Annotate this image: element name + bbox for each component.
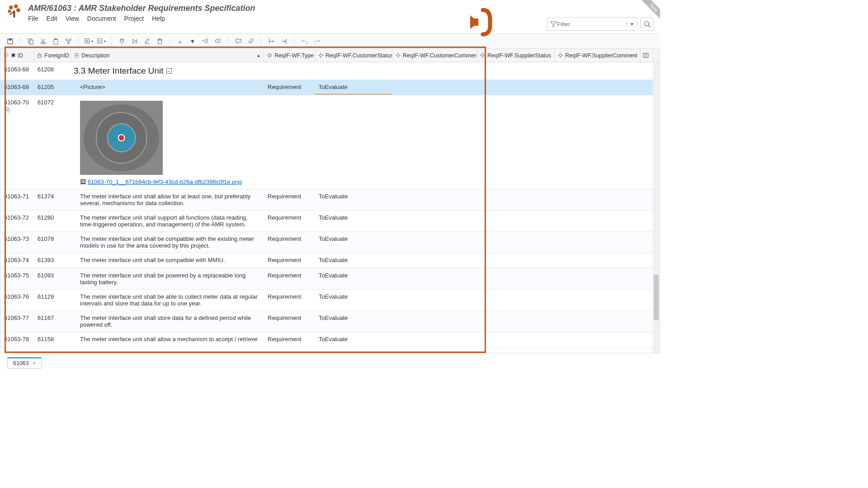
table-row[interactable]: 61063-7161374The meter interface unit sh… bbox=[0, 189, 660, 211]
filter-input[interactable] bbox=[557, 21, 625, 28]
columns-icon bbox=[643, 52, 649, 58]
close-tab-icon[interactable]: × bbox=[33, 360, 36, 366]
menu-project[interactable]: Project bbox=[124, 15, 144, 22]
table-row[interactable]: 61063-7661129The meter interface unit sh… bbox=[0, 290, 660, 311]
move-down-button[interactable]: ▼ bbox=[187, 36, 198, 47]
svg-point-11 bbox=[41, 42, 43, 44]
demote-button[interactable] bbox=[129, 36, 140, 47]
requirements-grid: ✱ ID ForeignID Description▲ ReqIF-WF.Typ… bbox=[0, 49, 660, 353]
incoming-link-button[interactable] bbox=[278, 36, 289, 47]
svg-point-0 bbox=[9, 5, 13, 9]
col-foreign-id[interactable]: ForeignID bbox=[34, 49, 71, 62]
svg-rect-15 bbox=[53, 39, 57, 44]
scrollbar[interactable] bbox=[653, 62, 660, 353]
gear-icon bbox=[267, 52, 273, 58]
gear-icon bbox=[480, 52, 486, 58]
save-button[interactable] bbox=[5, 36, 15, 47]
outgoing-link-button[interactable] bbox=[266, 36, 277, 47]
comment-button[interactable] bbox=[233, 36, 244, 47]
table-row[interactable]: 61063-7861158The meter interface unit sh… bbox=[0, 332, 660, 347]
gear-icon bbox=[395, 52, 401, 58]
menu-view[interactable]: View bbox=[66, 15, 79, 22]
app-logo bbox=[6, 4, 22, 19]
col-customer-status[interactable]: ReqIF-WF.CustomerStatus bbox=[315, 49, 392, 62]
svg-point-2 bbox=[16, 8, 20, 12]
move-up-button[interactable]: ▲ bbox=[175, 36, 185, 47]
table-row[interactable]: 61063-7761167The meter interface unit sh… bbox=[0, 311, 660, 332]
col-type[interactable]: ReqIF-WF.Type bbox=[264, 49, 315, 62]
gear-icon bbox=[318, 52, 324, 58]
table-row[interactable]: 61063-7561093The meter interface unit sh… bbox=[0, 268, 660, 290]
col-columns-toggle[interactable] bbox=[641, 49, 653, 62]
gear-icon bbox=[557, 52, 563, 58]
lock-icon bbox=[37, 52, 42, 58]
sort-asc-icon: ▲ bbox=[256, 53, 261, 58]
svg-point-45 bbox=[269, 54, 271, 57]
attach-button[interactable] bbox=[245, 36, 256, 47]
col-customer-comment[interactable]: ReqIF-WF.CustomerComment bbox=[392, 49, 477, 62]
clear-format-button[interactable] bbox=[142, 36, 152, 47]
svg-point-3 bbox=[8, 10, 11, 13]
col-supplier-comment[interactable]: ReqIF-WF.SupplierComment bbox=[555, 49, 641, 62]
svg-point-49 bbox=[559, 54, 562, 57]
svg-point-48 bbox=[481, 54, 484, 57]
table-row[interactable]: 61063-7461393The meter interface unit sh… bbox=[0, 253, 660, 268]
attachment-icon: 📎 bbox=[4, 106, 11, 113]
redo-button[interactable] bbox=[311, 36, 322, 47]
svg-rect-28 bbox=[158, 40, 161, 43]
list-icon bbox=[74, 52, 80, 58]
add-button[interactable]: ▾ bbox=[83, 36, 94, 47]
beta-ribbon: beta bbox=[633, 0, 660, 27]
svg-point-12 bbox=[43, 42, 45, 44]
menu-file[interactable]: File bbox=[28, 15, 38, 22]
promote-button[interactable] bbox=[116, 36, 127, 47]
grid-header: ✱ ID ForeignID Description▲ ReqIF-WF.Typ… bbox=[0, 49, 660, 62]
toolbar: ▾ ▾ ▲ ▼ bbox=[0, 33, 660, 49]
filter-box[interactable]: ▼ bbox=[547, 17, 637, 31]
filter-icon bbox=[550, 21, 557, 28]
col-id[interactable]: ✱ ID bbox=[0, 49, 34, 62]
svg-rect-16 bbox=[55, 38, 57, 39]
image-icon: 🖼 bbox=[80, 178, 86, 185]
indent-button[interactable] bbox=[212, 36, 223, 47]
cut-button[interactable] bbox=[38, 36, 48, 47]
document-tab[interactable]: 61063 × bbox=[7, 357, 42, 369]
remove-button[interactable]: ▾ bbox=[96, 36, 107, 47]
key-icon bbox=[3, 52, 9, 58]
svg-rect-41 bbox=[38, 55, 41, 58]
table-row[interactable]: 61063-6961205<Picture>RequirementToEvalu… bbox=[0, 80, 660, 95]
image-thumbnail bbox=[80, 101, 163, 175]
table-row[interactable]: 61063-68612083.3 Meter Interface Unit− bbox=[0, 62, 660, 80]
svg-point-47 bbox=[397, 54, 400, 57]
outdent-button[interactable] bbox=[200, 36, 211, 47]
copy-button[interactable] bbox=[25, 36, 36, 47]
svg-rect-8 bbox=[9, 38, 11, 40]
svg-rect-10 bbox=[29, 40, 33, 44]
grid-body[interactable]: 61063-68612083.3 Meter Interface Unit−61… bbox=[0, 62, 660, 353]
image-link[interactable]: 61063-70_1__671b94cb-fef3-43cd-b26a-dfb2… bbox=[88, 178, 242, 185]
menu-edit[interactable]: Edit bbox=[47, 15, 57, 22]
link-button[interactable] bbox=[63, 36, 74, 47]
table-row[interactable]: 61063-7261280The meter interface unit sh… bbox=[0, 211, 660, 232]
delete-button[interactable] bbox=[154, 36, 165, 47]
svg-line-13 bbox=[41, 38, 44, 42]
svg-line-14 bbox=[42, 38, 45, 42]
svg-point-19 bbox=[67, 42, 69, 44]
undo-button[interactable] bbox=[299, 36, 310, 47]
table-row[interactable]: 61063-70📎61072🖼 61063-70_1__671b94cb-fef… bbox=[0, 95, 660, 189]
col-supplier-status[interactable]: ReqIF-WF.SupplierStatus bbox=[477, 49, 555, 62]
table-row[interactable]: 61063-7361078The meter interface unit sh… bbox=[0, 232, 660, 253]
menu-help[interactable]: Help bbox=[152, 15, 165, 22]
col-description[interactable]: Description▲ bbox=[71, 49, 264, 62]
menu-document[interactable]: Document bbox=[87, 15, 116, 22]
svg-point-46 bbox=[320, 54, 322, 57]
svg-rect-4 bbox=[13, 10, 15, 17]
svg-rect-50 bbox=[643, 53, 648, 57]
svg-point-1 bbox=[14, 5, 18, 9]
paste-button[interactable] bbox=[50, 36, 61, 47]
annotation-arrow bbox=[452, 6, 493, 39]
collapse-icon: − bbox=[166, 68, 172, 74]
